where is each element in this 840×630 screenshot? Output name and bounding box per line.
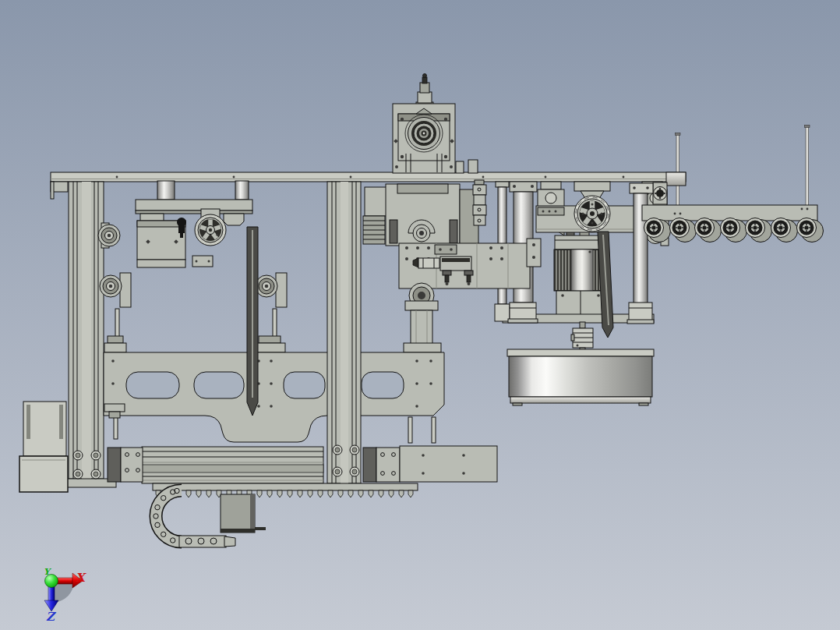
cable-drag-chain[interactable] <box>153 483 418 547</box>
vertical-drag-chain[interactable] <box>473 180 486 225</box>
axis-x-label: X <box>76 571 86 585</box>
lower-slide[interactable] <box>404 283 441 352</box>
shaft-coupling[interactable] <box>571 322 593 352</box>
origin-ball <box>45 575 58 588</box>
machine-drawing[interactable]: Y X Z <box>0 0 840 630</box>
slotted-beam-plate[interactable] <box>104 352 444 443</box>
belt-blade[interactable] <box>247 227 258 416</box>
linear-rail[interactable] <box>108 446 497 483</box>
hanger-carriage[interactable] <box>136 181 252 267</box>
spindle-head[interactable] <box>393 74 478 174</box>
guide-pulleys[interactable] <box>98 223 287 345</box>
column-right[interactable] <box>327 182 361 483</box>
roller-conveyor[interactable] <box>642 205 824 242</box>
center-slide-block[interactable] <box>363 184 478 246</box>
spoked-wheel-right[interactable] <box>574 196 610 232</box>
junction-box[interactable] <box>221 494 266 533</box>
rotary-drum[interactable] <box>507 349 654 405</box>
slide-plate[interactable] <box>399 239 541 288</box>
axis-z-label: Z <box>46 610 57 624</box>
orientation-triad[interactable]: Y X Z <box>44 567 86 624</box>
cad-viewport[interactable]: Y X Z <box>0 0 840 630</box>
sensor-rods[interactable] <box>676 126 810 207</box>
spoked-wheel-left[interactable] <box>195 209 226 246</box>
